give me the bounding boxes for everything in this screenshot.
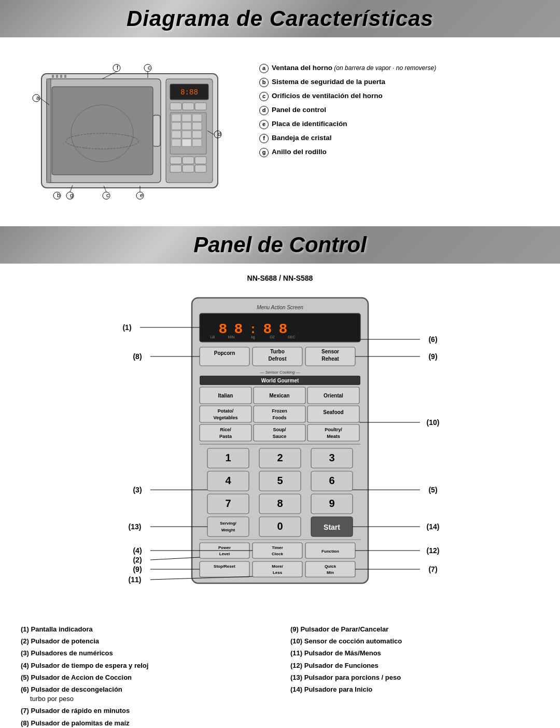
svg-text:MIN: MIN xyxy=(228,335,235,339)
svg-text:Less: Less xyxy=(273,570,283,575)
svg-rect-28 xyxy=(195,157,206,164)
letter-b: b xyxy=(259,78,269,87)
svg-rect-22 xyxy=(192,131,202,138)
svg-text:(5): (5) xyxy=(428,486,437,494)
svg-text:5: 5 xyxy=(277,475,283,486)
svg-rect-26 xyxy=(170,157,181,164)
legend-1: (1) Pantalla indicadora xyxy=(21,625,270,634)
legend-6: (6) Pulsador de descongelación turbo por… xyxy=(21,685,270,704)
svg-text:8:88: 8:88 xyxy=(180,88,198,97)
svg-text:kg: kg xyxy=(251,335,255,339)
svg-text:(11): (11) xyxy=(129,575,142,584)
svg-rect-11 xyxy=(183,103,194,110)
svg-text:8: 8 xyxy=(219,321,228,337)
svg-rect-125 xyxy=(207,517,249,537)
svg-text:(8): (8) xyxy=(133,352,142,361)
svg-text:Sauce: Sauce xyxy=(273,434,287,439)
svg-text:8: 8 xyxy=(234,321,243,337)
svg-rect-31 xyxy=(195,165,206,172)
letter-c: c xyxy=(259,92,269,101)
svg-rect-18 xyxy=(182,122,191,130)
svg-text:Weight: Weight xyxy=(221,528,235,532)
svg-text:SEC: SEC xyxy=(288,335,295,339)
label-item-c: c Orificios de ventilación del horno xyxy=(259,91,539,101)
legend-5: (5) Pulsador de Accion de Coccion xyxy=(21,673,270,682)
svg-text:Quick: Quick xyxy=(325,564,337,569)
svg-text:Frozen: Frozen xyxy=(272,408,287,414)
svg-text:(6): (6) xyxy=(428,335,437,344)
svg-rect-30 xyxy=(183,165,194,172)
svg-text:6: 6 xyxy=(329,475,334,486)
legend-col-left: (1) Pantalla indicadora (2) Pulsador de … xyxy=(21,625,270,728)
svg-text:9: 9 xyxy=(329,498,334,509)
letter-d: d xyxy=(259,106,269,115)
svg-text:Timer: Timer xyxy=(272,545,283,550)
svg-rect-25 xyxy=(192,139,202,146)
svg-text:Seafood: Seafood xyxy=(323,409,343,415)
svg-rect-6 xyxy=(153,115,160,146)
svg-rect-17 xyxy=(172,122,181,130)
svg-text:LB: LB xyxy=(211,335,215,339)
svg-text:— Sensor Cooking —: — Sensor Cooking — xyxy=(259,370,300,375)
panel-layout-wrapper: Menu Action Screen 8 8 : 8 8 LB MIN kg O… xyxy=(21,287,539,599)
microwave-illustration: 8:88 xyxy=(21,53,239,211)
svg-rect-27 xyxy=(183,157,194,164)
legend-11: (11) Pulsador de Más/Menos xyxy=(290,649,539,658)
svg-text:8: 8 xyxy=(277,498,283,509)
svg-text:Meats: Meats xyxy=(327,434,340,439)
label-item-b: b Sistema de seguridad de la puerta xyxy=(259,77,539,87)
label-item-f: f Bandeja de cristal xyxy=(259,133,539,143)
svg-text:Power: Power xyxy=(218,545,231,550)
svg-text:4: 4 xyxy=(225,475,231,486)
svg-rect-19 xyxy=(192,122,202,130)
svg-text::: : xyxy=(249,323,257,337)
svg-text:Foods: Foods xyxy=(273,415,287,420)
svg-rect-14 xyxy=(172,114,181,121)
model-label: NN-S688 / NN-S588 xyxy=(21,274,539,282)
svg-text:Level: Level xyxy=(219,552,230,556)
label-item-a: a Ventana del horno (on barrera de vapor… xyxy=(259,63,539,73)
svg-text:(7): (7) xyxy=(428,565,437,573)
svg-text:Italian: Italian xyxy=(218,393,233,399)
svg-rect-10 xyxy=(170,103,181,110)
svg-text:Rice/: Rice/ xyxy=(220,427,231,432)
svg-text:Turbo: Turbo xyxy=(270,349,285,354)
svg-rect-15 xyxy=(182,114,191,121)
svg-text:World Gourmet: World Gourmet xyxy=(261,378,299,383)
label-item-g: g Anillo del rodillo xyxy=(259,147,539,157)
svg-text:Pasta: Pasta xyxy=(219,434,232,439)
legend-8: (8) Pulsador de palomitas de maíz xyxy=(21,719,270,728)
svg-rect-33 xyxy=(56,75,58,78)
svg-text:Sensor: Sensor xyxy=(321,349,339,354)
diagrama-section: 8:88 xyxy=(0,37,560,226)
svg-text:(12): (12) xyxy=(427,546,440,555)
letter-e: e xyxy=(259,120,269,129)
letter-a: a xyxy=(259,64,269,73)
svg-text:Stop/Reset: Stop/Reset xyxy=(214,564,235,569)
svg-rect-12 xyxy=(195,103,206,110)
legend-3: (3) Pulsadores de numéricos xyxy=(21,649,270,658)
svg-rect-32 xyxy=(52,75,54,78)
svg-text:Clock: Clock xyxy=(272,552,283,556)
diagrama-title: Diagrama de Características xyxy=(10,6,550,31)
svg-text:Defrost: Defrost xyxy=(268,356,287,362)
legend-col-right: (9) Pulsador de Parar/Cancelar (10) Sens… xyxy=(290,625,539,728)
diagrama-labels: a Ventana del horno (on barrera de vapor… xyxy=(259,53,539,161)
diagrama-header: Diagrama de Características xyxy=(0,0,560,37)
svg-text:(10): (10) xyxy=(427,418,440,427)
letter-f: f xyxy=(259,134,269,143)
svg-text:Menu Action Screen: Menu Action Screen xyxy=(257,305,303,310)
legend-14: (14) Pulsadore para Inicio xyxy=(290,685,539,694)
svg-rect-34 xyxy=(60,75,62,78)
legend-13: (13) Pulsador para porcions / peso xyxy=(290,673,539,682)
svg-text:Vegetables: Vegetables xyxy=(213,415,237,420)
svg-text:(1): (1) xyxy=(122,323,131,332)
svg-text:(9): (9) xyxy=(133,565,142,573)
svg-text:7: 7 xyxy=(225,498,231,509)
svg-text:Oriental: Oriental xyxy=(324,393,343,399)
svg-text:Reheat: Reheat xyxy=(321,356,339,362)
svg-text:OZ: OZ xyxy=(270,335,275,339)
svg-text:(9): (9) xyxy=(428,352,437,361)
svg-text:More/: More/ xyxy=(272,564,283,569)
svg-rect-23 xyxy=(172,139,181,146)
